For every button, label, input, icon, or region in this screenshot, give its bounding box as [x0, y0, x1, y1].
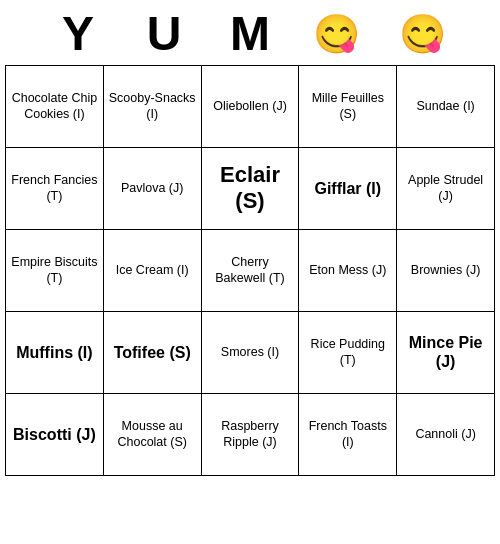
grid-cell-22: Raspberry Ripple (J): [202, 394, 300, 476]
grid-cell-9: Apple Strudel (J): [397, 148, 495, 230]
cell-text-19: Mince Pie (J): [400, 333, 491, 371]
grid-cell-18: Rice Pudding (T): [299, 312, 397, 394]
header-m: M: [207, 6, 293, 63]
cell-text-14: Brownies (J): [411, 262, 480, 278]
grid-cell-12: Cherry Bakewell (T): [202, 230, 300, 312]
header-y: Y: [35, 6, 121, 63]
header-u: U: [121, 6, 207, 63]
cell-text-11: Ice Cream (I): [116, 262, 189, 278]
grid-cell-0: Chocolate Chip Cookies (I): [6, 66, 104, 148]
grid-cell-8: Gifflar (I): [299, 148, 397, 230]
grid-cell-17: Smores (I): [202, 312, 300, 394]
grid-cell-6: Pavlova (J): [104, 148, 202, 230]
cell-text-20: Biscotti (J): [13, 425, 96, 444]
cell-text-18: Rice Pudding (T): [302, 336, 393, 369]
header-row: Y U M 😋 😋: [5, 6, 495, 63]
grid-cell-1: Scooby-Snacks (I): [104, 66, 202, 148]
bingo-card: Y U M 😋 😋 Chocolate Chip Cookies (I)Scoo…: [5, 6, 495, 476]
grid-cell-2: Oliebollen (J): [202, 66, 300, 148]
bingo-grid: Chocolate Chip Cookies (I)Scooby-Snacks …: [5, 65, 495, 476]
cell-text-4: Sundae (I): [416, 98, 474, 114]
grid-cell-5: French Fancies (T): [6, 148, 104, 230]
cell-text-15: Muffins (I): [16, 343, 92, 362]
grid-cell-4: Sundae (I): [397, 66, 495, 148]
cell-text-24: Cannoli (J): [415, 426, 475, 442]
cell-text-0: Chocolate Chip Cookies (I): [9, 90, 100, 123]
grid-cell-19: Mince Pie (J): [397, 312, 495, 394]
cell-text-13: Eton Mess (J): [309, 262, 386, 278]
grid-cell-21: Mousse au Chocolat (S): [104, 394, 202, 476]
cell-text-2: Oliebollen (J): [213, 98, 287, 114]
grid-cell-13: Eton Mess (J): [299, 230, 397, 312]
header-emoji-1: 😋: [293, 12, 379, 58]
cell-text-6: Pavlova (J): [121, 180, 184, 196]
cell-text-7: Eclair (S): [205, 162, 296, 215]
cell-text-5: French Fancies (T): [9, 172, 100, 205]
grid-cell-3: Mille Feuilles (S): [299, 66, 397, 148]
grid-cell-24: Cannoli (J): [397, 394, 495, 476]
cell-text-21: Mousse au Chocolat (S): [107, 418, 198, 451]
grid-cell-16: Tofifee (S): [104, 312, 202, 394]
cell-text-23: French Toasts (I): [302, 418, 393, 451]
grid-cell-15: Muffins (I): [6, 312, 104, 394]
cell-text-10: Empire Biscuits (T): [9, 254, 100, 287]
grid-cell-14: Brownies (J): [397, 230, 495, 312]
grid-cell-11: Ice Cream (I): [104, 230, 202, 312]
cell-text-3: Mille Feuilles (S): [302, 90, 393, 123]
grid-cell-10: Empire Biscuits (T): [6, 230, 104, 312]
header-emoji-2: 😋: [379, 12, 465, 58]
cell-text-1: Scooby-Snacks (I): [107, 90, 198, 123]
cell-text-16: Tofifee (S): [114, 343, 191, 362]
grid-cell-20: Biscotti (J): [6, 394, 104, 476]
cell-text-12: Cherry Bakewell (T): [205, 254, 296, 287]
cell-text-22: Raspberry Ripple (J): [205, 418, 296, 451]
cell-text-8: Gifflar (I): [314, 179, 381, 198]
grid-cell-23: French Toasts (I): [299, 394, 397, 476]
cell-text-9: Apple Strudel (J): [400, 172, 491, 205]
grid-cell-7: Eclair (S): [202, 148, 300, 230]
cell-text-17: Smores (I): [221, 344, 279, 360]
